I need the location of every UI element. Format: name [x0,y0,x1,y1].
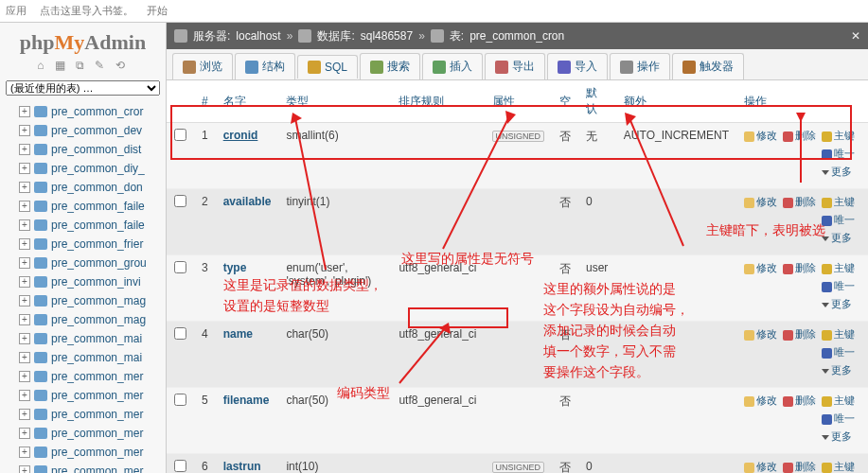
col-header-null[interactable]: 空 [552,80,578,123]
tree-table-item[interactable]: +pre_common_cror [0,102,166,121]
unique-link[interactable]: 唯一 [822,148,855,159]
more-link[interactable]: 更多 [822,364,852,376]
drop-link[interactable]: 删除 [783,130,816,141]
tree-table-item[interactable]: +pre_common_grou [0,254,166,272]
edit-link[interactable]: 修改 [744,262,777,273]
primary-key-link[interactable]: 主键 [822,196,855,207]
unique-link[interactable]: 唯一 [822,412,855,424]
col-header-name[interactable]: 名字 [216,80,279,123]
expand-icon[interactable]: + [19,276,30,288]
expand-icon[interactable]: + [19,295,30,307]
tree-table-item[interactable]: +pre_common_mer [0,443,166,462]
tree-table-item[interactable]: +pre_common_don [0,178,166,197]
expand-icon[interactable]: + [19,106,30,117]
tree-table-item[interactable]: +pre_common_mag [0,310,166,329]
tree-table-item[interactable]: +pre_common_mer [0,367,166,386]
tree-table-item[interactable]: +pre_common_invi [0,272,166,291]
col-header-ops[interactable]: 操作 [736,80,868,123]
primary-key-link[interactable]: 主键 [822,130,855,141]
expand-icon[interactable]: + [19,238,30,250]
tree-table-item[interactable]: +pre_common_mer [0,424,166,443]
tab-insert[interactable]: 插入 [422,53,483,79]
col-header-type[interactable]: 类型 [278,80,391,123]
row-checkbox[interactable] [174,195,186,207]
edit-link[interactable]: 修改 [744,130,777,141]
expand-icon[interactable]: + [19,201,30,212]
tab-search[interactable]: 搜索 [360,53,420,79]
tree-table-item[interactable]: +pre_common_mai [0,329,166,348]
col-header-extra[interactable]: 额外 [616,80,736,123]
column-name[interactable]: filename [216,388,279,454]
expand-icon[interactable]: + [19,219,30,231]
edit-link[interactable]: 修改 [744,196,777,207]
expand-icon[interactable]: + [19,257,30,269]
sidebar-toolbar[interactable]: ⌂ ▦ ⧉ ✎ ⟲ [0,59,166,78]
tree-table-item[interactable]: +pre_common_frier [0,235,166,254]
expand-icon[interactable]: + [19,390,30,401]
primary-key-link[interactable]: 主键 [822,394,855,406]
tree-table-item[interactable]: +pre_common_mag [0,291,166,310]
drop-link[interactable]: 删除 [783,328,816,340]
tree-table-item[interactable]: +pre_common_faile [0,197,166,216]
primary-key-link[interactable]: 主键 [822,328,855,340]
expand-icon[interactable]: + [19,352,30,363]
column-name[interactable]: lastrun [216,454,279,474]
col-header-attr[interactable]: 属性 [485,80,553,123]
more-link[interactable]: 更多 [822,166,852,177]
breadcrumb-server[interactable]: localhost [236,29,280,43]
tree-table-item[interactable]: +pre_common_dev [0,121,166,140]
tree-table-item[interactable]: +pre_common_mer [0,405,166,424]
expand-icon[interactable]: + [19,144,30,155]
unique-link[interactable]: 唯一 [822,280,855,291]
drop-link[interactable]: 删除 [783,196,816,207]
expand-icon[interactable]: + [19,125,30,136]
tab-browse[interactable]: 浏览 [172,53,233,79]
column-name[interactable]: type [216,255,279,322]
tab-structure[interactable]: 结构 [235,53,295,79]
col-header-collation[interactable]: 排序规则 [391,80,484,123]
tree-table-item[interactable]: +pre_common_diy_ [0,159,166,178]
more-link[interactable]: 更多 [822,232,852,243]
tab-import[interactable]: 导入 [547,53,608,79]
apps-link[interactable]: 应用 [6,4,27,18]
db-tree[interactable]: +pre_common_cror+pre_common_dev+pre_comm… [0,98,166,473]
more-link[interactable]: 更多 [822,298,852,309]
import-hint[interactable]: 点击这里导入书签。 [40,4,133,18]
expand-icon[interactable]: + [19,163,30,174]
tree-table-item[interactable]: +pre_common_mai [0,348,166,367]
start-link[interactable]: 开始 [147,4,168,18]
breadcrumb-table[interactable]: pre_common_cron [469,29,564,43]
tab-operations[interactable]: 操作 [610,53,670,79]
unique-link[interactable]: 唯一 [822,214,855,225]
column-name[interactable]: available [216,189,279,255]
tree-table-item[interactable]: +pre_common_dist [0,140,166,159]
row-checkbox[interactable] [174,261,186,273]
row-checkbox[interactable] [174,460,186,472]
edit-link[interactable]: 修改 [744,461,777,472]
expand-icon[interactable]: + [19,447,30,458]
expand-icon[interactable]: + [19,333,30,344]
tree-table-item[interactable]: +pre_common_mer [0,386,166,405]
tree-table-item[interactable]: +pre_common_mer [0,462,166,473]
breadcrumb-db[interactable]: sql486587 [361,29,413,43]
drop-link[interactable]: 删除 [783,394,816,406]
expand-icon[interactable]: + [19,314,30,325]
unique-link[interactable]: 唯一 [822,346,855,358]
recent-tables-select[interactable]: (最近使用的表) … [6,80,160,96]
primary-key-link[interactable]: 主键 [822,461,855,472]
edit-link[interactable]: 修改 [744,394,777,406]
more-link[interactable]: 更多 [822,430,852,442]
column-name[interactable]: name [216,322,279,388]
tab-export[interactable]: 导出 [485,53,545,79]
drop-link[interactable]: 删除 [783,461,816,472]
expand-icon[interactable]: + [19,409,30,420]
drop-link[interactable]: 删除 [783,262,816,273]
col-header-default[interactable]: 默认 [578,80,616,123]
tab-triggers[interactable]: 触发器 [672,53,744,79]
expand-icon[interactable]: + [19,428,30,439]
primary-key-link[interactable]: 主键 [822,262,855,273]
row-checkbox[interactable] [174,327,186,340]
expand-icon[interactable]: + [19,182,30,193]
row-checkbox[interactable] [174,394,186,406]
edit-link[interactable]: 修改 [744,328,777,340]
